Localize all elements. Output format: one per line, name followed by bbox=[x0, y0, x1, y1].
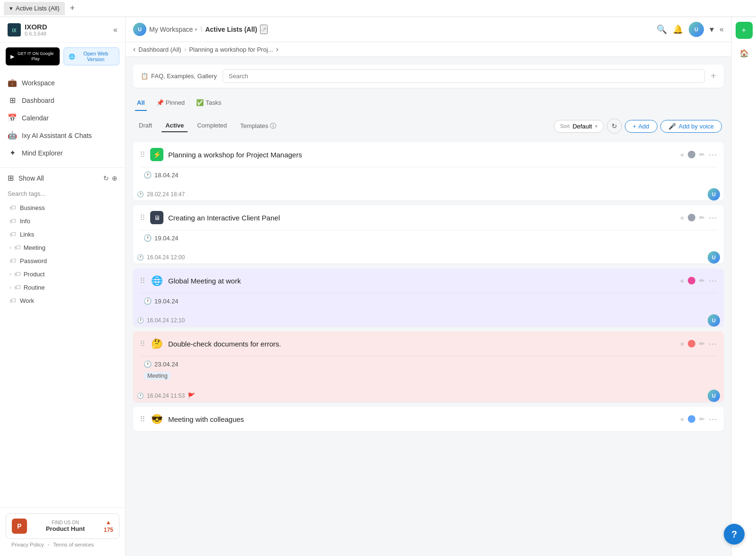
item4-edit-button[interactable]: ✏ bbox=[699, 340, 705, 347]
tab-add-button[interactable]: + bbox=[67, 3, 78, 13]
drag-handle-icon[interactable]: ⠿ bbox=[140, 213, 145, 222]
item5-collapse-button[interactable]: « bbox=[680, 415, 684, 423]
sidebar-item-mind-explorer[interactable]: ✦ Mind Explorer bbox=[0, 144, 125, 162]
workspace-icon: 💼 bbox=[8, 78, 17, 87]
sidebar-collapse-button[interactable]: « bbox=[113, 26, 117, 34]
privacy-link[interactable]: Privacy Policy bbox=[11, 542, 44, 547]
item1-edit-button[interactable]: ✏ bbox=[699, 151, 705, 158]
drag-handle-icon[interactable]: ⠿ bbox=[140, 150, 145, 159]
item3-more-button[interactable]: ⋯ bbox=[709, 275, 717, 286]
action-tab-templates[interactable]: Templates ⓘ bbox=[236, 120, 280, 132]
item5-edit-button[interactable]: ✏ bbox=[699, 415, 705, 423]
item5-more-button[interactable]: ⋯ bbox=[709, 414, 717, 424]
main-search-input[interactable] bbox=[223, 69, 705, 83]
item4-title[interactable]: Double-check documents for errors. bbox=[168, 340, 675, 348]
item3-color-dot[interactable] bbox=[688, 277, 695, 284]
tab-tasks[interactable]: ✅ Tasks bbox=[194, 97, 223, 111]
item2-more-button[interactable]: ⋯ bbox=[709, 212, 717, 223]
search-tags[interactable]: Search tags... bbox=[8, 190, 117, 197]
action-tab-completed[interactable]: Completed bbox=[193, 120, 231, 132]
user-avatar[interactable]: U bbox=[689, 22, 704, 37]
item4-collapse-button[interactable]: « bbox=[680, 340, 684, 347]
item4-footer-date: 🕐 16.04.24 11:53 🚩 bbox=[137, 392, 195, 400]
sidebar-item-calendar[interactable]: 📅 Calendar bbox=[0, 109, 125, 127]
item1-footer-date: 🕐 28.02.24 18:47 bbox=[137, 191, 185, 198]
list-item-header: ⠿ ⚡ Planning a workshop for Project Mana… bbox=[133, 142, 724, 167]
tag-info[interactable]: 🏷 Info bbox=[8, 214, 117, 228]
tag-business[interactable]: 🏷 Business bbox=[8, 201, 117, 214]
breadcrumb-workspace[interactable]: My Workspace ▾ bbox=[149, 26, 198, 33]
tag-meeting[interactable]: › 🏷 Meeting bbox=[8, 241, 117, 254]
item1-color-dot[interactable] bbox=[688, 151, 695, 158]
show-all-refresh-button[interactable]: ↻ bbox=[103, 174, 109, 182]
sub-nav-dashboard[interactable]: Dashboard (All) bbox=[138, 46, 181, 53]
tag-links[interactable]: 🏷 Links bbox=[8, 228, 117, 241]
help-button[interactable]: ? bbox=[724, 524, 745, 545]
voice-button[interactable]: 🎤 Add by voice bbox=[660, 120, 722, 133]
tag-product[interactable]: › 🏷 Product bbox=[8, 267, 117, 281]
sidebar-header: IX IXORD 0.6.3.648 « bbox=[0, 17, 125, 43]
top-bar: 📋 FAQ, Examples, Gallery + bbox=[133, 64, 724, 88]
show-all-add-button[interactable]: ⊕ bbox=[112, 174, 117, 182]
item1-title[interactable]: Planning a workshop for Project Managers bbox=[168, 151, 675, 159]
ixord-logo-icon: IX bbox=[8, 23, 21, 36]
item1-more-button[interactable]: ⋯ bbox=[709, 149, 717, 160]
sub-nav-back[interactable]: ‹ bbox=[133, 45, 135, 54]
tab-pinned[interactable]: 📌 Pinned bbox=[154, 97, 187, 111]
tab-all[interactable]: All bbox=[135, 97, 147, 111]
product-hunt-button[interactable]: P FIND US ON Product Hunt ▲ 175 bbox=[6, 513, 119, 539]
item2-collapse-button[interactable]: « bbox=[680, 214, 684, 221]
item5-color-dot[interactable] bbox=[688, 415, 695, 423]
item3-edit-button[interactable]: ✏ bbox=[699, 277, 705, 284]
item1-date-meta: 🕐 18.04.24 bbox=[140, 169, 717, 181]
item5-title[interactable]: Meeting with colleagues bbox=[168, 415, 675, 423]
drag-handle-icon[interactable]: ⠿ bbox=[140, 415, 145, 424]
sidebar-show-all[interactable]: ⊞ Show All ↻ ⊕ bbox=[0, 170, 125, 186]
mind-explorer-label: Mind Explorer bbox=[22, 149, 63, 157]
right-sidebar-add-button[interactable]: + bbox=[736, 22, 753, 39]
tag-routine[interactable]: › 🏷 Routine bbox=[8, 281, 117, 294]
workspace-chevron-icon: ▾ bbox=[195, 27, 198, 33]
drag-handle-icon[interactable]: ⠿ bbox=[140, 339, 145, 348]
sort-selector[interactable]: Sort Default ▾ bbox=[554, 120, 603, 133]
item3-title[interactable]: Global Meeting at work bbox=[168, 277, 675, 285]
breadcrumb-external-link[interactable]: ↗ bbox=[260, 25, 268, 34]
sidebar-item-workspace[interactable]: 💼 Workspace bbox=[0, 74, 125, 91]
search-button[interactable]: 🔍 bbox=[657, 24, 667, 35]
header-chevron[interactable]: ▾ bbox=[710, 24, 714, 35]
sidebar-item-ixy-ai[interactable]: 🤖 Ixy AI Assistant & Chats bbox=[0, 127, 125, 144]
drag-handle-icon[interactable]: ⠿ bbox=[140, 276, 145, 285]
item1-collapse-button[interactable]: « bbox=[680, 151, 684, 158]
item5-icon-symbol: 😎 bbox=[151, 413, 163, 425]
add-button[interactable]: + Add bbox=[625, 120, 657, 133]
workspace-label: Workspace bbox=[22, 79, 55, 87]
tag-work[interactable]: 🏷 Work bbox=[8, 294, 117, 307]
tab-bar: ▾ Active Lists (All) + bbox=[0, 0, 756, 17]
notification-button[interactable]: 🔔 bbox=[673, 24, 683, 35]
action-tab-active[interactable]: Active bbox=[162, 120, 188, 132]
collapse-right-button[interactable]: « bbox=[720, 25, 724, 34]
google-play-button[interactable]: ▶ GET IT ON Google Play bbox=[6, 47, 60, 65]
top-bar-add-button[interactable]: + bbox=[711, 71, 716, 82]
item3-collapse-button[interactable]: « bbox=[680, 277, 684, 284]
tag-password[interactable]: 🏷 Password bbox=[8, 254, 117, 267]
item2-title[interactable]: Creating an Interactive Client Panel bbox=[168, 214, 675, 222]
sub-nav-planning[interactable]: Planning a workshop for Proj... bbox=[189, 46, 273, 53]
refresh-icon: ↻ bbox=[612, 122, 617, 130]
item2-color-dot[interactable] bbox=[688, 214, 695, 221]
sidebar-item-dashboard[interactable]: ⊞ Dashboard bbox=[0, 91, 125, 109]
right-sidebar-home-button[interactable]: 🏠 bbox=[736, 45, 753, 62]
terms-link[interactable]: Terms of services bbox=[53, 542, 94, 547]
sidebar-logo: IX IXORD 0.6.3.648 bbox=[8, 23, 47, 36]
add-plus-icon: + bbox=[633, 123, 637, 130]
item2-icon-symbol: 🖥 bbox=[154, 214, 160, 221]
item2-edit-button[interactable]: ✏ bbox=[699, 214, 705, 221]
action-tab-draft[interactable]: Draft bbox=[135, 120, 156, 132]
web-version-button[interactable]: 🌐 Open Web Version bbox=[63, 47, 119, 65]
item4-more-button[interactable]: ⋯ bbox=[709, 338, 717, 349]
item4-color-dot[interactable] bbox=[688, 340, 695, 347]
refresh-button[interactable]: ↻ bbox=[607, 118, 622, 134]
ph-find-text: FIND US ON bbox=[32, 520, 99, 525]
sub-nav-forward[interactable]: › bbox=[276, 45, 278, 54]
tab-active-lists[interactable]: ▾ Active Lists (All) bbox=[4, 2, 65, 15]
